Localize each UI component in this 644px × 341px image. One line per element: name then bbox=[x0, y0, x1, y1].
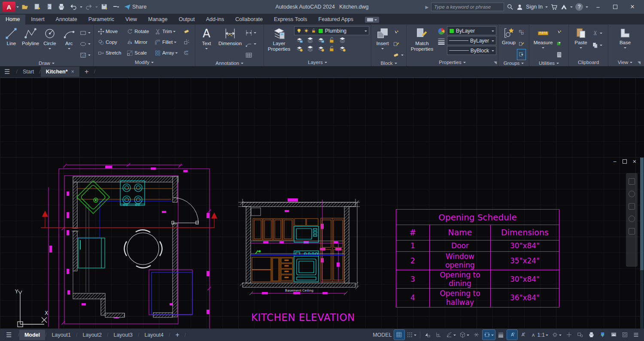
tab-manage[interactable]: Manage bbox=[143, 15, 173, 24]
elevation-structure[interactable] bbox=[243, 202, 355, 287]
show-motion-icon[interactable] bbox=[629, 228, 635, 234]
polyline-button[interactable]: Polyline bbox=[21, 26, 40, 46]
search-icon[interactable] bbox=[507, 3, 513, 10]
define-attributes-button[interactable] bbox=[392, 50, 404, 60]
panel-modify-label[interactable]: Modify bbox=[94, 58, 195, 66]
view-expander-icon[interactable]: ◥ bbox=[638, 61, 641, 65]
tab-annotate[interactable]: Annotate bbox=[50, 15, 83, 24]
rotate-button[interactable]: Rotate bbox=[126, 26, 152, 37]
layer-state-9-icon[interactable] bbox=[328, 45, 335, 52]
panel-properties-label[interactable]: Properties◥ bbox=[407, 58, 498, 66]
cart-icon[interactable] bbox=[550, 3, 558, 11]
layer-properties-button[interactable]: Layer Properties bbox=[266, 26, 292, 52]
panel-annotation-label[interactable]: Annotation bbox=[195, 60, 264, 66]
plot-status-button[interactable] bbox=[586, 330, 596, 340]
edit-block-button[interactable] bbox=[392, 39, 404, 49]
explode-button[interactable] bbox=[182, 37, 193, 47]
group-button[interactable]: Group bbox=[500, 26, 517, 46]
fillet-button[interactable]: Fillet bbox=[154, 37, 181, 47]
dimension-button[interactable]: Dimension bbox=[216, 26, 244, 46]
elevation-cabinets[interactable] bbox=[252, 218, 344, 282]
plan-island-dim[interactable] bbox=[149, 270, 192, 315]
isolate-objects-button[interactable] bbox=[575, 330, 585, 340]
create-block-button[interactable] bbox=[392, 27, 404, 38]
plan-sink[interactable] bbox=[77, 181, 109, 213]
hatch-button[interactable] bbox=[79, 50, 91, 60]
tab-collaborate[interactable]: Collaborate bbox=[230, 15, 268, 24]
annotation-scale-button[interactable]: A1:1 bbox=[529, 330, 550, 340]
undo-button[interactable] bbox=[68, 2, 79, 12]
linetype-dropdown[interactable]: ByBlock bbox=[447, 46, 496, 55]
layout4-tab[interactable]: Layout4 bbox=[139, 330, 168, 340]
user-icon[interactable] bbox=[516, 3, 523, 11]
sign-in-button[interactable]: Sign In bbox=[526, 4, 543, 10]
plan-counter-edge[interactable] bbox=[77, 201, 172, 238]
tab-featured-apps[interactable]: Featured Apps bbox=[313, 15, 359, 24]
sign-in-caret-icon[interactable] bbox=[545, 6, 548, 9]
ungroup-button[interactable] bbox=[517, 27, 526, 37]
file-tab-start[interactable]: Start bbox=[18, 67, 39, 77]
object-snap-toggle[interactable] bbox=[483, 330, 495, 340]
quick-calc-button[interactable] bbox=[555, 49, 563, 60]
mirror-button[interactable]: Mirror bbox=[126, 37, 152, 47]
properties-expander-icon[interactable]: ◥ bbox=[494, 61, 497, 65]
object-snap-tracking-toggle[interactable] bbox=[471, 330, 482, 340]
layer-dropdown[interactable]: Plumbing bbox=[294, 26, 369, 35]
minimize-button[interactable]: − bbox=[591, 1, 605, 12]
plan-stove[interactable] bbox=[120, 181, 145, 206]
graphics-performance-button[interactable] bbox=[608, 330, 619, 340]
isometric-drafting-toggle[interactable] bbox=[458, 330, 471, 340]
redo-caret-icon[interactable] bbox=[95, 6, 98, 9]
layout1-tab[interactable]: Layout1 bbox=[47, 330, 76, 340]
zoom-icon[interactable] bbox=[629, 203, 635, 210]
file-tab-close-icon[interactable]: × bbox=[71, 69, 74, 75]
paste-button[interactable]: Paste bbox=[571, 26, 591, 50]
new-layout-button[interactable]: + bbox=[170, 329, 184, 341]
elevation-faucet[interactable] bbox=[255, 251, 261, 254]
line-button[interactable]: Line bbox=[2, 26, 21, 46]
scale-button[interactable]: Scale bbox=[126, 48, 152, 58]
lineweight-dropdown[interactable]: ByLayer bbox=[447, 36, 496, 45]
new-tab-button[interactable]: + bbox=[79, 65, 94, 78]
model-tab[interactable]: Model bbox=[19, 330, 45, 340]
stretch-button[interactable]: Stretch bbox=[97, 48, 124, 58]
measure-button[interactable]: Measure bbox=[531, 26, 555, 50]
tab-express-tools[interactable]: Express Tools bbox=[268, 15, 313, 24]
undo-caret-icon[interactable] bbox=[80, 6, 82, 9]
copy-clip-button[interactable] bbox=[591, 40, 603, 50]
trim-button[interactable]: Trim bbox=[154, 26, 181, 37]
panel-clipboard-label[interactable]: Clipboard bbox=[569, 58, 608, 66]
annotation-visibility-toggle[interactable]: A bbox=[507, 330, 517, 340]
annotation-monitor-toggle[interactable] bbox=[564, 330, 574, 340]
panel-view-label[interactable]: View◥ bbox=[608, 58, 642, 66]
kitchen-elevation-label[interactable]: KITCHEN ELEVATION bbox=[251, 312, 355, 323]
color-wheel-icon[interactable] bbox=[437, 27, 446, 36]
export-button[interactable] bbox=[44, 2, 55, 12]
text-button[interactable]: AText bbox=[197, 26, 216, 51]
plan-countertop[interactable] bbox=[77, 189, 173, 199]
cut-button[interactable] bbox=[591, 28, 603, 38]
vertical-scrollbar[interactable] bbox=[640, 158, 644, 341]
offset-button[interactable] bbox=[182, 48, 193, 58]
ucs-icon[interactable]: Y X bbox=[2, 285, 49, 328]
help-caret-icon[interactable] bbox=[586, 6, 588, 9]
ribbon-display-toggle[interactable] bbox=[365, 17, 379, 23]
elevation-microwave[interactable] bbox=[294, 226, 319, 242]
tab-output[interactable]: Output bbox=[173, 15, 200, 24]
object-color-dropdown[interactable]: ByLayer bbox=[447, 26, 496, 35]
qat-customize-caret-icon[interactable] bbox=[111, 2, 122, 12]
save-as-button[interactable] bbox=[99, 2, 110, 12]
layout3-tab[interactable]: Layout3 bbox=[108, 330, 137, 340]
scrollbar-thumb[interactable] bbox=[640, 158, 644, 270]
tab-insert[interactable]: Insert bbox=[25, 15, 50, 24]
kitchen-plan-drawing[interactable] bbox=[41, 161, 221, 341]
navigation-bar[interactable] bbox=[626, 173, 638, 267]
workspace-switching-button[interactable] bbox=[550, 330, 563, 340]
orbit-icon[interactable] bbox=[629, 216, 635, 222]
app-menu-button[interactable]: A bbox=[3, 2, 15, 12]
layer-state-10-icon[interactable] bbox=[339, 45, 346, 52]
layer-state-7-icon[interactable] bbox=[307, 45, 314, 52]
elevation-dimensions[interactable] bbox=[251, 200, 346, 293]
share-icon[interactable] bbox=[123, 2, 131, 12]
autodesk-app-icon[interactable] bbox=[560, 3, 568, 11]
